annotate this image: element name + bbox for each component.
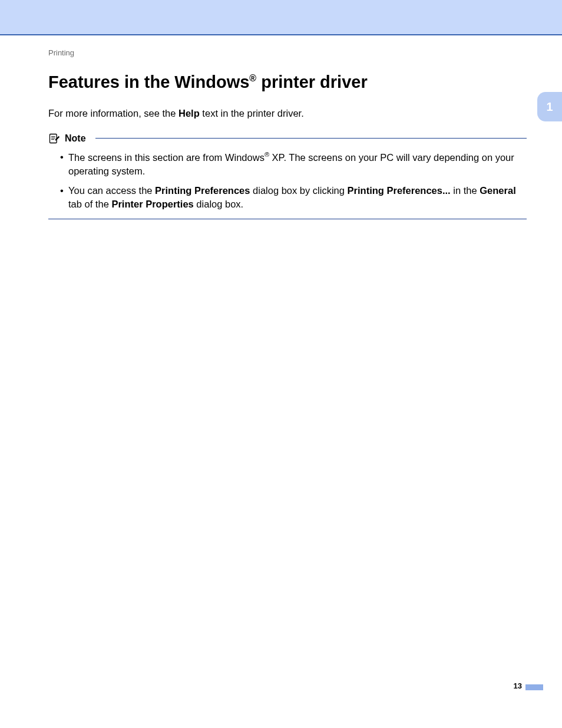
bold-text: Printing Preferences xyxy=(155,185,250,196)
note-icon xyxy=(48,133,60,144)
note-bottom-rule xyxy=(48,219,527,220)
page-number: 13 xyxy=(514,681,522,690)
help-bold: Help xyxy=(178,108,200,118)
bold-text: Printing Preferences... xyxy=(348,185,451,196)
note-item: You can access the Printing Preferences … xyxy=(60,184,527,212)
bold-text: General xyxy=(480,185,515,196)
title-suffix: printer driver xyxy=(256,73,368,91)
page-top-underline xyxy=(0,34,562,35)
registered-mark: ® xyxy=(249,73,256,83)
note-label: Note xyxy=(65,133,86,144)
registered-mark: ® xyxy=(265,151,269,158)
page-number-accent xyxy=(525,684,543,690)
chapter-side-tab: 1 xyxy=(537,92,562,121)
breadcrumb: Printing xyxy=(48,48,527,57)
title-prefix: Features in the Windows xyxy=(48,73,249,91)
note-list: The screens in this section are from Win… xyxy=(48,150,527,212)
page-content: Printing Features in the Windows® printe… xyxy=(48,48,527,219)
intro-paragraph: For more information, see the Help text … xyxy=(48,107,527,121)
page-title: Features in the Windows® printer driver xyxy=(48,71,527,94)
chapter-number: 1 xyxy=(546,100,553,114)
note-header-rule xyxy=(95,138,527,139)
note-header: Note xyxy=(48,133,527,144)
svg-rect-0 xyxy=(50,134,57,143)
page-top-band xyxy=(0,0,562,34)
note-item: The screens in this section are from Win… xyxy=(60,150,527,178)
bold-text: Printer Properties xyxy=(111,199,193,209)
